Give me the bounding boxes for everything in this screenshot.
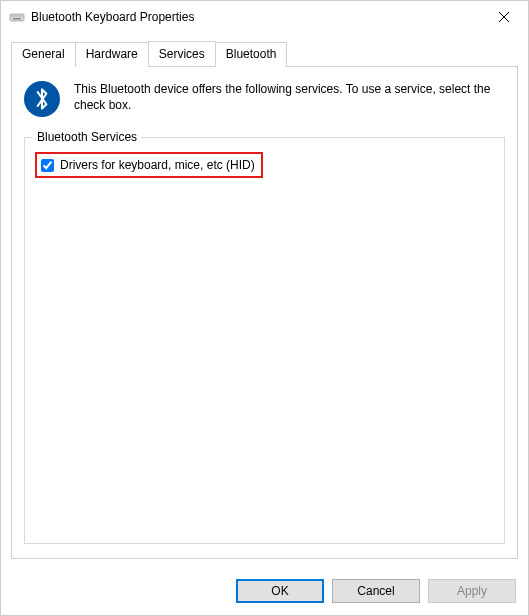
svg-rect-3	[16, 16, 17, 17]
dialog-body: General Hardware Services Bluetooth This…	[1, 33, 528, 569]
bluetooth-icon	[24, 81, 60, 117]
window-title: Bluetooth Keyboard Properties	[31, 10, 481, 24]
keyboard-icon	[9, 9, 25, 25]
tab-strip: General Hardware Services Bluetooth	[11, 42, 518, 67]
apply-button[interactable]: Apply	[428, 579, 516, 603]
tab-services[interactable]: Services	[148, 41, 216, 66]
service-highlight: Drivers for keyboard, mice, etc (HID)	[35, 152, 263, 178]
dialog-footer: OK Cancel Apply	[1, 569, 528, 615]
cancel-button[interactable]: Cancel	[332, 579, 420, 603]
close-button[interactable]	[481, 2, 526, 32]
service-hid-checkbox[interactable]	[41, 159, 54, 172]
service-hid-label[interactable]: Drivers for keyboard, mice, etc (HID)	[60, 158, 255, 172]
close-icon	[499, 9, 509, 25]
svg-rect-6	[22, 16, 23, 17]
info-text: This Bluetooth device offers the followi…	[74, 81, 505, 113]
svg-rect-0	[10, 14, 24, 21]
info-row: This Bluetooth device offers the followi…	[24, 81, 505, 117]
group-legend: Bluetooth Services	[33, 130, 141, 144]
bluetooth-services-group: Bluetooth Services Drivers for keyboard,…	[24, 137, 505, 544]
ok-button[interactable]: OK	[236, 579, 324, 603]
tab-bluetooth[interactable]: Bluetooth	[215, 42, 288, 67]
service-hid-checkbox-row: Drivers for keyboard, mice, etc (HID)	[41, 158, 255, 172]
services-panel: This Bluetooth device offers the followi…	[11, 66, 518, 559]
svg-rect-7	[13, 18, 21, 20]
svg-rect-1	[12, 16, 13, 17]
svg-rect-4	[18, 16, 19, 17]
properties-dialog: Bluetooth Keyboard Properties General Ha…	[0, 0, 529, 616]
svg-rect-2	[14, 16, 15, 17]
svg-rect-5	[20, 16, 21, 17]
tab-general[interactable]: General	[11, 42, 76, 67]
titlebar: Bluetooth Keyboard Properties	[1, 1, 528, 33]
tab-hardware[interactable]: Hardware	[75, 42, 149, 67]
